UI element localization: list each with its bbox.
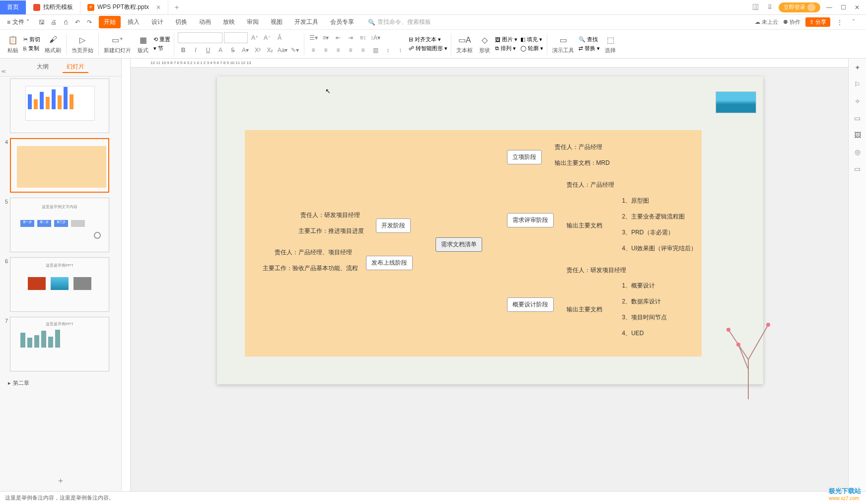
menu-devtools[interactable]: 开发工具 xyxy=(289,16,323,28)
collapse-panel-icon[interactable]: ≪ xyxy=(1,69,6,74)
cut-button[interactable]: ✂ 剪切 xyxy=(23,36,40,43)
decrease-font-icon[interactable]: A⁻ xyxy=(262,32,273,43)
superscript-icon[interactable]: X² xyxy=(252,45,263,56)
slide-canvas[interactable]: ↖ 需求文档清单 开发阶段 责任人：研发项目经理 主要工作：推进项目进度 发布上… xyxy=(217,76,763,384)
picture-button[interactable]: 🖼 图片 ▾ xyxy=(495,36,517,43)
font-select[interactable] xyxy=(178,32,222,43)
menu-design[interactable]: 设计 xyxy=(146,16,168,28)
undo-icon[interactable]: ↶ xyxy=(73,18,82,27)
shape-button[interactable]: ◇形状 xyxy=(476,34,494,54)
rail-notes-icon[interactable]: ▭ xyxy=(853,164,863,174)
menu-slideshow[interactable]: 放映 xyxy=(218,16,240,28)
distribute-icon[interactable]: ≡ xyxy=(358,45,368,56)
rail-tool-icon[interactable]: ◎ xyxy=(853,147,863,157)
outline-button[interactable]: ◯ 轮廓 ▾ xyxy=(520,45,543,52)
more-icon[interactable]: ⋮ xyxy=(835,18,844,27)
slide-thumb-3[interactable] xyxy=(3,78,118,133)
section-button[interactable]: ▾ 节 xyxy=(153,45,170,52)
font-color-icon[interactable]: A▾ xyxy=(240,45,251,56)
search-input[interactable]: 🔍 查找命令、搜索模板 xyxy=(368,18,431,26)
find-button[interactable]: 🔍 查找 xyxy=(578,36,600,43)
spacing2-icon[interactable]: ↕ xyxy=(395,45,406,56)
align-center-icon[interactable]: ≡ xyxy=(320,45,331,56)
slide-thumb-6[interactable]: 6 这里是举例PPT xyxy=(3,257,118,312)
menu-animation[interactable]: 动画 xyxy=(194,16,216,28)
thumbnails[interactable]: 4 5 这里是举例文字内容第一步第二步第三步 6 这里是举例PPT 7 这里是举… xyxy=(0,76,121,471)
demo-tool-button[interactable]: ▭演示工具 xyxy=(549,34,577,54)
increase-indent-icon[interactable]: ⇥ xyxy=(345,32,356,43)
new-slide-button[interactable]: ▭⁺新建幻灯片 xyxy=(101,34,134,54)
slide-thumb-7[interactable]: 7 这里是举例PPT xyxy=(3,317,118,371)
layout-button[interactable]: ▦版式 xyxy=(134,34,152,54)
close-window-icon[interactable]: ✕ xyxy=(852,2,862,12)
spacing-icon[interactable]: ↕ xyxy=(382,45,393,56)
panel-tab-slides[interactable]: 幻灯片 xyxy=(63,62,88,73)
format-painter[interactable]: 🖌格式刷 xyxy=(42,34,64,54)
columns-icon[interactable]: ▥ xyxy=(370,45,381,56)
text-direction-icon[interactable]: ↕A▾ xyxy=(370,32,381,43)
print-preview-icon[interactable]: ⎙ xyxy=(61,18,70,27)
highlight-icon[interactable]: ✎▾ xyxy=(289,45,300,56)
select-button[interactable]: ⬚选择 xyxy=(601,34,619,54)
paste-group[interactable]: 📋粘贴 xyxy=(4,34,22,54)
subscript-icon[interactable]: X₂ xyxy=(265,45,276,56)
add-slide-button[interactable]: ＋ xyxy=(0,471,121,491)
close-icon[interactable]: ✕ xyxy=(156,4,161,11)
fill-button[interactable]: ◧ 填充 ▾ xyxy=(520,36,543,43)
cloud-status[interactable]: ☁ 未上云 xyxy=(755,18,778,26)
numbering-icon[interactable]: ≡▾ xyxy=(320,32,331,43)
strikethrough-icon[interactable]: S̶ xyxy=(227,45,238,56)
replace-button[interactable]: ⇄ 替换 ▾ xyxy=(578,45,600,52)
arrange-button[interactable]: ⧉ 排列 ▾ xyxy=(495,45,517,52)
save-icon[interactable]: 🖫 xyxy=(37,18,46,27)
redo-icon[interactable]: ↷ xyxy=(85,18,94,27)
menu-transition[interactable]: 切换 xyxy=(170,16,192,28)
decrease-indent-icon[interactable]: ⇤ xyxy=(333,32,344,43)
apps-icon[interactable]: ⠿ xyxy=(765,2,775,12)
file-menu[interactable]: ≡ 文件 ˅ xyxy=(4,18,32,26)
chevron-up-icon[interactable]: ˆ xyxy=(849,18,858,27)
copy-button[interactable]: ⎘ 复制 xyxy=(23,45,40,52)
rail-settings-icon[interactable]: ⚐ xyxy=(853,79,863,89)
login-button[interactable]: 立即登录 xyxy=(779,2,820,12)
align-left-icon[interactable]: ≡ xyxy=(308,45,319,56)
menu-view[interactable]: 视图 xyxy=(266,16,288,28)
collab-button[interactable]: ⚉ 协作 xyxy=(783,18,800,26)
rail-template-icon[interactable]: ✧ xyxy=(853,96,863,106)
from-current-button[interactable]: ▷当页开始 xyxy=(69,34,96,54)
panel-tab-outline[interactable]: 大纲 xyxy=(33,62,53,73)
rail-ai-icon[interactable]: ✦ xyxy=(853,63,863,72)
justify-icon[interactable]: ≡ xyxy=(345,45,356,56)
menu-review[interactable]: 审阅 xyxy=(242,16,264,28)
menu-vip[interactable]: 会员专享 xyxy=(325,16,359,28)
text-shadow-icon[interactable]: A xyxy=(215,45,226,56)
canvas[interactable]: ↖ 需求文档清单 开发阶段 责任人：研发项目经理 主要工作：推进项目进度 发布上… xyxy=(122,59,848,491)
textbox-button[interactable]: ▭A文本框 xyxy=(453,34,476,54)
tab-add[interactable]: ＋ xyxy=(168,3,185,12)
minimize-icon[interactable]: — xyxy=(824,2,834,12)
rail-resources-icon[interactable]: ▭ xyxy=(853,113,863,123)
menu-insert[interactable]: 插入 xyxy=(123,16,144,28)
tab-docao-template[interactable]: 找稻壳模板 xyxy=(26,0,80,14)
bullets-icon[interactable]: ☰▾ xyxy=(308,32,319,43)
rail-image-icon[interactable]: 🖼 xyxy=(853,130,863,140)
slide-thumb-4[interactable]: 4 xyxy=(3,138,118,193)
reset-button[interactable]: ⟲ 重置 xyxy=(153,36,170,43)
panel-layout-icon[interactable]: ⿲ xyxy=(751,2,761,12)
bold-icon[interactable]: B xyxy=(178,45,189,56)
section-label[interactable]: ▸ 第二章 xyxy=(3,376,118,390)
print-icon[interactable]: 🖨 xyxy=(49,18,58,27)
italic-icon[interactable]: I xyxy=(190,45,201,56)
tab-home[interactable]: 首页 xyxy=(0,0,26,14)
font-size-select[interactable] xyxy=(224,32,248,43)
tab-current-file[interactable]: PWPS PPT教程.pptx✕ xyxy=(80,0,168,14)
maximize-icon[interactable]: ☐ xyxy=(838,2,848,12)
slide-thumb-5[interactable]: 5 这里是举例文字内容第一步第二步第三步 xyxy=(3,198,118,252)
increase-font-icon[interactable]: A⁺ xyxy=(249,32,260,43)
menu-start[interactable]: 开始 xyxy=(99,16,121,28)
share-button[interactable]: ⇪ 分享 xyxy=(805,17,830,27)
align-text-button[interactable]: ⊟ 对齐文本 ▾ xyxy=(409,36,447,43)
clear-format-icon[interactable]: Ā xyxy=(274,32,285,43)
line-spacing-icon[interactable]: ≡↕ xyxy=(358,32,368,43)
align-right-icon[interactable]: ≡ xyxy=(333,45,344,56)
